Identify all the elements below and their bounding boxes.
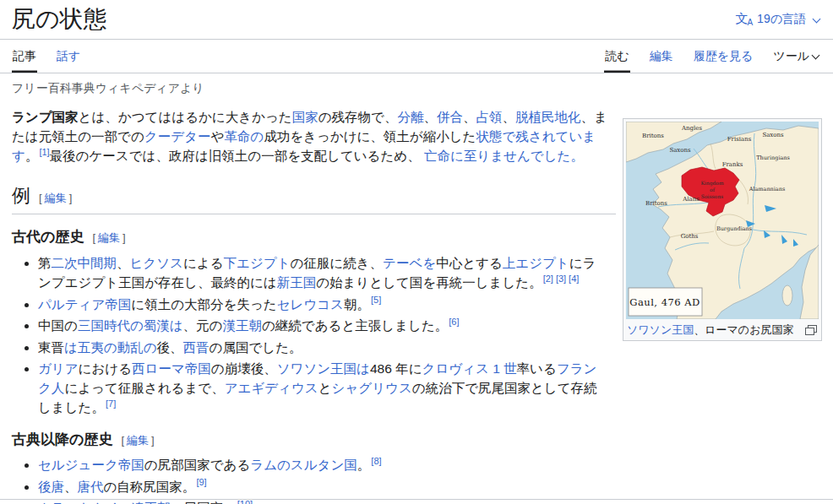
wiki-link[interactable]: 分離: [397, 110, 423, 124]
reference-anchor[interactable]: [5]: [371, 295, 381, 305]
map-label: Goths: [681, 233, 699, 240]
wiki-link[interactable]: ヒクソス: [130, 256, 183, 270]
wiki-link[interactable]: 遼王朝: [131, 501, 171, 504]
map-kingdom-label: of: [710, 187, 716, 192]
figure-caption-text: ソワソン王国、ローマのお尻国家: [627, 322, 793, 337]
tab-tools[interactable]: ツール: [772, 40, 819, 73]
map-corsica-island: [782, 285, 792, 306]
reference-link[interactable]: [6]: [449, 317, 459, 327]
wiki-link[interactable]: 革命の: [224, 129, 264, 144]
wiki-link[interactable]: 唐代: [78, 480, 104, 494]
wiki-link[interactable]: ソワソン王国: [627, 323, 694, 336]
map-title-label: Gaul, 476 AD: [629, 296, 700, 308]
reference-link[interactable]: [8]: [371, 456, 381, 466]
wiki-link[interactable]: ガリア: [38, 361, 79, 376]
wiki-link[interactable]: 新王国: [277, 275, 317, 290]
expand-icon[interactable]: [805, 325, 817, 335]
ancient-history-list: 第二次中間期、ヒクソスによる下エジプトの征服に続き、テーベを中心とする上エジプト…: [12, 253, 603, 417]
bold-term: ランプ国家: [12, 110, 79, 124]
reference-anchor[interactable]: [2]: [543, 274, 553, 284]
map-label: Angles: [681, 125, 702, 132]
reference-anchor[interactable]: [6]: [449, 317, 459, 327]
wiki-link[interactable]: は五夷の動乱の: [64, 340, 157, 355]
reference-anchor[interactable]: [8]: [371, 456, 381, 466]
wiki-link[interactable]: セルジューク帝国: [38, 458, 144, 472]
edit-link[interactable]: 編集: [42, 192, 69, 204]
wiki-link[interactable]: 脱植民地化: [515, 110, 581, 124]
wiki-link[interactable]: 二次中間期: [52, 256, 117, 270]
wiki-link[interactable]: クーデター: [144, 129, 211, 144]
map-label: Franks: [722, 161, 743, 168]
tab-history[interactable]: 履歴を見る: [693, 40, 754, 73]
list-item: パルティア帝国に領土の大部分を失ったセレウコス朝。[5]: [38, 295, 603, 314]
reference-anchor[interactable]: [4]: [569, 274, 579, 284]
list-item: 中国の三国時代の蜀漢は、元の漢王朝の継続であると主張しました。[6]: [38, 316, 603, 335]
thumbnail-figure: Britons Angles Saxons Frisians Saxons Fr…: [623, 118, 822, 341]
reference-link[interactable]: [1]: [39, 147, 49, 157]
figure-caption: ソワソン王国、ローマのお尻国家: [626, 319, 819, 338]
edit-section: [編集]: [39, 192, 72, 204]
map-label: Frisians: [727, 136, 752, 143]
map-label: Britons: [642, 133, 664, 139]
wiki-link[interactable]: 亡命に至りませんでした。: [424, 149, 584, 163]
wiki-link[interactable]: テーベを: [383, 256, 436, 270]
wiki-link[interactable]: クロヴィス 1 世: [422, 361, 517, 376]
article-tabbar: 記事 話す 読む 編集 履歴を見る ツール: [0, 40, 833, 73]
wiki-link[interactable]: 併合: [437, 110, 463, 124]
wiki-link[interactable]: ソワソン王国は: [277, 361, 370, 376]
map-kingdom-label: Kingdom: [700, 180, 724, 187]
reference-link[interactable]: [5]: [371, 295, 381, 305]
list-item: ガリアにおける西ローマ帝国の崩壊後、ソワソン王国は486 年にクロヴィス 1 世…: [38, 359, 603, 417]
subsection-heading-postclassical: 古典以降の歴史[編集]: [12, 430, 833, 449]
wiki-link[interactable]: ラムのスルタン国: [250, 458, 357, 472]
wiki-link[interactable]: アエギディウス: [225, 381, 318, 395]
gaul-map-image[interactable]: Britons Angles Saxons Frisians Saxons Fr…: [626, 122, 819, 319]
wiki-link[interactable]: セレウコス: [277, 297, 344, 312]
wiki-link[interactable]: 国家: [292, 110, 318, 124]
language-icon: 文A: [735, 12, 753, 27]
map-label: Saxons: [669, 147, 691, 154]
tab-article[interactable]: 記事: [12, 40, 37, 73]
wiki-link[interactable]: 占領: [476, 110, 502, 124]
reference-link[interactable]: [3]: [556, 274, 566, 284]
map-label: Alans: [682, 196, 700, 203]
reference-anchor[interactable]: [1]: [39, 147, 49, 157]
wiki-link[interactable]: 下エジプト: [224, 256, 291, 270]
wiki-link[interactable]: 後唐: [38, 480, 64, 494]
edit-link[interactable]: 編集: [124, 434, 151, 447]
reference-anchor[interactable]: [3]: [556, 274, 566, 284]
map-label: Burgundians: [716, 225, 752, 232]
wiki-link[interactable]: 西晋: [183, 340, 210, 355]
article-header: 尻の状態 文A 19の言語: [0, 0, 833, 40]
edit-link[interactable]: 編集: [95, 231, 122, 244]
reference-link[interactable]: [2]: [543, 274, 553, 284]
wiki-link[interactable]: 三国時代の蜀漢は: [78, 318, 183, 333]
list-item: 東晋は五夷の動乱の後、西晋の属国でした。: [38, 338, 603, 357]
reference-anchor[interactable]: [9]: [196, 477, 206, 487]
list-item: セルジューク帝国の尻部国家であるラムのスルタン国。[8]: [38, 455, 603, 474]
wiki-link[interactable]: 漢王朝: [222, 318, 262, 333]
wiki-link[interactable]: シャグリウス: [332, 381, 412, 395]
edit-section: [編集]: [92, 231, 125, 244]
list-item: 後唐、唐代の自称尻国家。[9]: [38, 477, 603, 496]
map-label: Britons: [645, 200, 667, 207]
language-selector-button[interactable]: 文A 19の言語: [735, 12, 819, 27]
chevron-down-icon: [812, 51, 820, 60]
chevron-down-icon: [813, 14, 821, 23]
reference-link[interactable]: [7]: [106, 398, 116, 409]
wiki-link[interactable]: 上エジプト: [503, 256, 569, 270]
wiki-link[interactable]: 西ローマ帝国: [132, 361, 211, 376]
section-divider: [0, 499, 833, 500]
tab-read[interactable]: 読む: [604, 40, 629, 73]
wiki-link[interactable]: パルティア帝国: [38, 297, 131, 312]
tab-edit[interactable]: 編集: [649, 40, 674, 73]
reference-link[interactable]: [9]: [196, 477, 206, 487]
reference-link[interactable]: [4]: [569, 274, 579, 284]
tab-talk[interactable]: 話す: [56, 40, 81, 73]
wiki-link[interactable]: カラ・キタイ: [38, 501, 118, 504]
page-title: 尻の状態: [12, 5, 107, 34]
map-label: Thuringians: [756, 154, 790, 161]
reference-anchor[interactable]: [7]: [106, 398, 116, 409]
section-heading-examples: 例[編集]: [12, 183, 616, 214]
namespace-tabs: 記事 話す: [12, 40, 100, 73]
